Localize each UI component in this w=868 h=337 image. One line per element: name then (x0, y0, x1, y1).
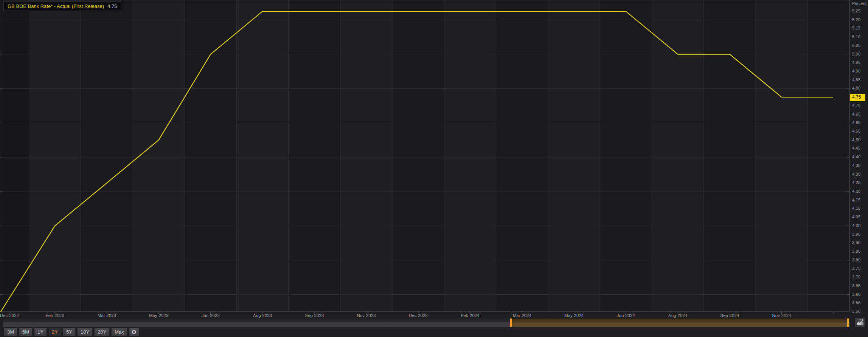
x-axis-label: Dec-2022 (0, 313, 19, 318)
x-axis-label: Sep-2023 (305, 313, 324, 318)
chart-canvas (0, 0, 849, 314)
x-axis-label: Nov-2024 (772, 313, 791, 318)
background-band (133, 0, 185, 312)
background-band (652, 0, 703, 312)
x-axis-label: Feb-2023 (45, 313, 64, 318)
y-axis-label: 3.75 (852, 266, 860, 271)
range-button-10y[interactable]: 10Y (77, 328, 93, 336)
y-axis-label: 4.45 (852, 146, 860, 150)
y-axis-label: 3.70 (852, 275, 860, 279)
rate-chart-window: GB BOE Bank Rate* - Actual (First Releas… (0, 0, 868, 337)
y-axis-label: 4.30 (852, 172, 860, 176)
x-axis-label: Jun-2023 (202, 313, 220, 318)
background-band (756, 0, 807, 312)
chart-snapshot-icon (856, 319, 864, 326)
scrollbar-left-handle[interactable] (510, 318, 512, 327)
x-axis-label: Sep-2024 (720, 313, 739, 318)
background-band (392, 0, 444, 312)
y-axis-label: 4.20 (852, 189, 860, 193)
background-band (548, 0, 600, 312)
x-axis-label: Feb-2024 (461, 313, 479, 318)
range-button-1y[interactable]: 1Y (34, 328, 47, 336)
y-axis-label: 5.00 (852, 52, 860, 56)
y-axis-label: 5.20 (852, 17, 860, 22)
background-band (185, 0, 236, 312)
y-axis-label: 3.60 (852, 292, 860, 297)
plot-area: GB BOE Bank Rate* - Actual (First Releas… (0, 0, 849, 314)
chart-export-button[interactable] (855, 318, 865, 327)
y-axis-label: 5.25 (852, 9, 860, 13)
y-axis-label: 4.25 (852, 180, 860, 185)
time-scrollbar[interactable] (3, 318, 850, 327)
background-band (807, 0, 849, 312)
scrollbar-selected-range[interactable] (512, 318, 848, 327)
y-axis-label: 4.60 (852, 120, 860, 125)
range-button-max[interactable]: Max (111, 328, 127, 336)
x-axis-label: Jun-2024 (617, 313, 635, 318)
range-toolbar: 3M6M1Y2Y5Y10Y20YMax ⚙ (4, 328, 139, 336)
y-axis-label: 4.50 (852, 138, 860, 142)
y-axis-label: 5.10 (852, 34, 860, 39)
background-band (236, 0, 288, 312)
y-axis-label: 4.80 (852, 86, 860, 90)
y-axis-label: 3.50 (852, 309, 860, 314)
scrollbar-right-handle[interactable] (847, 318, 849, 327)
y-axis-label: 5.05 (852, 43, 860, 48)
series-last-value: 4.75 (107, 3, 117, 9)
range-button-20y[interactable]: 20Y (94, 328, 110, 336)
x-axis-label: Mar-2023 (98, 313, 116, 318)
x-axis-label: Mar-2024 (513, 313, 531, 318)
background-band (0, 0, 29, 312)
y-axis-label: 4.10 (852, 206, 860, 210)
series-legend[interactable]: GB BOE Bank Rate* - Actual (First Releas… (3, 1, 121, 11)
gear-icon: ⚙ (131, 329, 136, 335)
y-axis-label: 4.70 (852, 103, 860, 108)
y-axis-label: 3.85 (852, 249, 860, 254)
x-axis-label: May-2024 (564, 313, 584, 318)
background-band (29, 0, 81, 312)
range-button-2y[interactable]: 2Y (48, 328, 61, 336)
y-axis-label: 3.65 (852, 283, 860, 288)
chart-settings-button[interactable]: ⚙ (129, 328, 139, 336)
x-axis-label: Aug-2024 (668, 313, 687, 318)
y-axis: Percent 5.255.205.155.105.055.004.954.90… (849, 0, 868, 312)
background-band (444, 0, 496, 312)
y-axis-label: 4.05 (852, 215, 860, 219)
y-axis-label: 4.00 (852, 223, 860, 228)
background-band (704, 0, 756, 312)
y-axis-unit: Percent (852, 1, 866, 6)
x-axis-label: Dec-2023 (409, 313, 428, 318)
y-axis-label: 4.35 (852, 163, 860, 168)
range-buttons: 3M6M1Y2Y5Y10Y20YMax (4, 328, 127, 336)
y-axis-label: 4.15 (852, 198, 860, 202)
y-axis-label: 5.15 (852, 26, 860, 30)
y-axis-label: 3.80 (852, 258, 860, 262)
y-axis-label: 4.95 (852, 60, 860, 65)
y-axis-label: 3.90 (852, 240, 860, 245)
y-axis-label: 4.40 (852, 155, 860, 159)
y-axis-label: 4.55 (852, 129, 860, 133)
y-axis-label: 4.85 (852, 77, 860, 82)
x-axis-label: May-2023 (149, 313, 168, 318)
background-band (496, 0, 548, 312)
background-band (600, 0, 652, 312)
y-axis-label: 4.90 (852, 69, 860, 73)
range-button-5y[interactable]: 5Y (63, 328, 76, 336)
y-axis-label: 3.95 (852, 232, 860, 237)
x-axis-label: Nov-2023 (357, 313, 376, 318)
background-band (340, 0, 392, 312)
x-axis-label: Aug-2023 (253, 313, 272, 318)
series-title: GB BOE Bank Rate* - Actual (First Releas… (8, 3, 104, 9)
last-price-badge: 4.75 (850, 94, 865, 101)
background-band (289, 0, 340, 312)
range-button-3m[interactable]: 3M (4, 328, 17, 336)
y-axis-label: 3.55 (852, 300, 860, 305)
background-band (81, 0, 133, 312)
y-axis-label: 4.65 (852, 112, 860, 116)
range-button-6m[interactable]: 6M (19, 328, 33, 336)
